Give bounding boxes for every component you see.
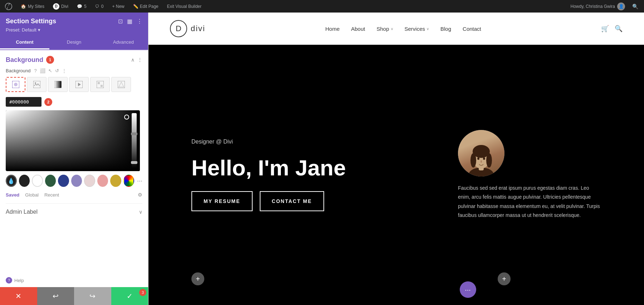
section-more-icon[interactable]: ⋮	[137, 57, 142, 63]
contact-me-button[interactable]: CONTACT ME	[260, 191, 324, 211]
nav-contact[interactable]: Contact	[463, 26, 481, 32]
divi-logo-icon: D	[53, 3, 59, 10]
preset-tab-saved[interactable]: Saved	[6, 192, 19, 198]
svg-marker-6	[78, 83, 81, 86]
collapse-icon[interactable]: ∧	[131, 57, 135, 63]
nav-services-label: Services	[405, 26, 425, 32]
exit-visual-builder-button[interactable]: Exit Visual Builder	[165, 0, 204, 13]
tab-design[interactable]: Design	[49, 36, 99, 49]
preset-tab-recent[interactable]: Recent	[44, 192, 59, 198]
bg-label-row: Background ? ⬜ ↖ ↺ ⋮	[6, 68, 142, 73]
color-hex-input[interactable]: #000000	[6, 97, 42, 107]
slider-handle-top[interactable]	[131, 132, 137, 135]
swatch-gold[interactable]	[110, 175, 121, 187]
undo-button[interactable]: ↩	[37, 287, 74, 305]
cursor-icon[interactable]: ↖	[48, 68, 52, 73]
section-title-row: Background 1	[6, 56, 54, 64]
admin-label-title: Admin Label	[6, 209, 38, 215]
swatch-blue[interactable]	[58, 175, 69, 187]
more-icon[interactable]: ⋮	[137, 18, 142, 25]
site-nav: Home About Shop ∨ Services ∨ Blog Contac…	[325, 26, 481, 32]
cancel-button[interactable]: ✕	[0, 287, 37, 305]
layout-icon[interactable]: ▦	[127, 18, 132, 25]
tab-content[interactable]: Content	[0, 36, 49, 49]
desktop-icon[interactable]: ⬜	[40, 68, 45, 73]
admin-search-button[interactable]: 🔍	[629, 4, 641, 9]
header-search-icon[interactable]: 🔍	[615, 25, 623, 33]
bg-type-image[interactable]	[27, 77, 47, 92]
comment2-icon: 🗩	[95, 4, 99, 9]
fab-dots-icon: ···	[465, 286, 471, 294]
confirm-icon: ✓	[127, 292, 133, 300]
bg-type-color[interactable]	[6, 77, 25, 92]
nav-blog[interactable]: Blog	[440, 26, 451, 32]
eyedropper-button[interactable]: 💧	[6, 175, 17, 187]
hero-avatar	[458, 130, 504, 176]
swatch-white[interactable]	[32, 175, 43, 187]
swatch-dark-green[interactable]	[45, 175, 56, 187]
comments-count: 5	[84, 4, 87, 9]
divi-button[interactable]: D Divi	[51, 0, 70, 13]
more-swatches-button[interactable]: ···	[137, 177, 142, 185]
color-picker-handle[interactable]	[124, 115, 129, 120]
nav-home[interactable]: Home	[325, 26, 340, 32]
swatch-pink[interactable]	[97, 175, 108, 187]
my-resume-button[interactable]: MY RESUME	[191, 191, 253, 211]
bg-type-gradient[interactable]	[48, 77, 68, 92]
bg-label-icons: ? ⬜ ↖ ↺ ⋮	[34, 68, 66, 73]
preset-settings-icon[interactable]: ⚙	[138, 192, 142, 198]
comment2-button[interactable]: 🗩 0	[93, 0, 106, 13]
admin-label-section: Admin Label ∨	[6, 203, 142, 215]
hero-description: Faucibus sed sed erat ipsum purus egesta…	[458, 184, 601, 220]
admin-label-header[interactable]: Admin Label ∨	[6, 209, 142, 215]
help-section[interactable]: ? Help	[6, 277, 24, 284]
bg-type-pattern[interactable]	[90, 77, 110, 92]
howdy-section: Howdy, Christina Gwira 👤	[571, 3, 625, 10]
reset-icon[interactable]: ↺	[55, 68, 59, 73]
admin-avatar[interactable]: 👤	[617, 3, 625, 10]
bg-more-icon[interactable]: ⋮	[62, 68, 67, 73]
bg-type-video[interactable]	[69, 77, 89, 92]
svg-rect-2	[33, 81, 40, 88]
help-label: Help	[14, 278, 24, 283]
preset-tab-global[interactable]: Global	[25, 192, 39, 198]
background-title: Background	[6, 56, 43, 64]
color-swatches-row: 💧 ···	[6, 175, 142, 187]
add-section-left-button[interactable]: +	[191, 272, 204, 285]
nav-shop[interactable]: Shop ∨	[376, 26, 393, 32]
exit-visual-builder-label: Exit Visual Builder	[167, 4, 202, 9]
website-area: D divi Home About Shop ∨ Services ∨ Blog…	[148, 13, 644, 305]
swatch-lavender[interactable]	[71, 175, 82, 187]
swatch-light-pink[interactable]	[84, 175, 95, 187]
slider-handle-bottom[interactable]	[131, 161, 137, 164]
edit-page-button[interactable]: ✏️ Edit Page	[131, 0, 161, 13]
wp-logo-button[interactable]	[3, 0, 14, 13]
color-slider[interactable]	[132, 113, 137, 168]
color-badge: 2	[44, 98, 52, 106]
tab-advanced[interactable]: Advanced	[99, 36, 148, 49]
bg-type-mask[interactable]	[111, 77, 131, 92]
help-icon: ?	[6, 277, 12, 284]
nav-services[interactable]: Services ∨	[405, 26, 429, 32]
add-section-right-button[interactable]: +	[498, 272, 511, 285]
resize-icon[interactable]: ⊡	[118, 18, 123, 25]
nav-shop-label: Shop	[376, 26, 389, 32]
color-picker-area[interactable]	[6, 110, 140, 171]
swatch-multicolor[interactable]	[123, 175, 135, 187]
new-button[interactable]: + New	[110, 0, 126, 13]
comments-count-button[interactable]: 💬 5	[75, 0, 89, 13]
my-sites-button[interactable]: 🏠 My Sites	[19, 0, 47, 13]
wp-admin-bar: 🏠 My Sites D Divi 💬 5 🗩 0 + New ✏️ Edit …	[0, 0, 644, 13]
svg-point-15	[470, 153, 476, 168]
hero-subtitle: Designer @ Divi	[191, 139, 346, 145]
site-logo-text: divi	[191, 24, 205, 33]
preset-label[interactable]: Preset: Default	[6, 27, 40, 33]
cart-icon[interactable]: 🛒	[601, 25, 609, 33]
left-panel: Section Settings ⊡ ▦ ⋮ Preset: Default C…	[0, 13, 148, 305]
question-icon[interactable]: ?	[34, 68, 36, 73]
nav-about[interactable]: About	[351, 26, 365, 32]
swatch-black[interactable]	[19, 175, 30, 187]
redo-button[interactable]: ↪	[74, 287, 111, 305]
floating-fab-button[interactable]: ···	[460, 281, 476, 298]
confirm-button[interactable]: ✓ 3	[111, 287, 148, 305]
